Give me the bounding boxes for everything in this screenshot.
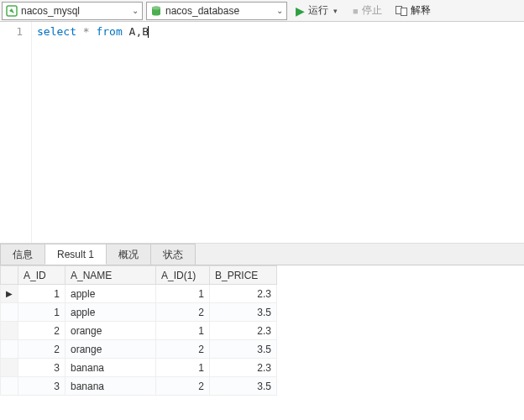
- header-row: A_ID A_NAME A_ID(1) B_PRICE: [1, 266, 277, 285]
- cell-a-name[interactable]: banana: [66, 377, 156, 396]
- tab-status[interactable]: 状态: [150, 244, 196, 265]
- table-row[interactable]: ▶ 1 apple 1 2.3: [1, 285, 277, 303]
- cell-a-id[interactable]: 1: [18, 285, 66, 303]
- tab-info[interactable]: 信息: [0, 244, 45, 265]
- cell-b-price[interactable]: 3.5: [210, 303, 277, 322]
- chevron-down-icon: ⌄: [132, 6, 139, 15]
- cell-a-id[interactable]: 2: [18, 340, 66, 359]
- cell-b-price[interactable]: 3.5: [210, 377, 277, 396]
- cell-a-name[interactable]: orange: [66, 340, 156, 359]
- tab-profile[interactable]: 概况: [106, 244, 151, 265]
- cell-a-id-1[interactable]: 1: [156, 285, 210, 303]
- text-cursor: [148, 26, 149, 38]
- table-row[interactable]: 1 apple 2 3.5: [1, 303, 277, 322]
- database-icon: [150, 5, 162, 17]
- column-header-b-price[interactable]: B_PRICE: [210, 266, 277, 285]
- line-number: 1: [0, 25, 23, 38]
- stop-icon: ■: [353, 6, 359, 16]
- cell-a-id[interactable]: 2: [18, 322, 66, 340]
- sql-editor[interactable]: 1 select * from A,B: [0, 22, 524, 244]
- connection-selector[interactable]: nacos_mysql ⌄: [2, 2, 143, 20]
- row-header: [1, 377, 18, 396]
- result-tabs: 信息 Result 1 概况 状态: [0, 244, 524, 265]
- cell-a-name[interactable]: apple: [66, 303, 156, 322]
- tab-result-1[interactable]: Result 1: [45, 244, 107, 265]
- svg-point-2: [152, 6, 160, 9]
- table-row[interactable]: 3 banana 2 3.5: [1, 377, 277, 396]
- row-header: [1, 340, 18, 359]
- stop-button: ■ 停止: [348, 2, 387, 20]
- play-icon: ▶: [296, 4, 305, 18]
- cell-b-price[interactable]: 3.5: [210, 340, 277, 359]
- connection-name: nacos_mysql: [21, 5, 128, 17]
- column-header-a-id[interactable]: A_ID: [18, 266, 66, 285]
- chevron-down-icon[interactable]: ▾: [332, 7, 339, 15]
- code-content[interactable]: select * from A,B: [32, 22, 524, 243]
- run-button[interactable]: ▶ 运行 ▾: [291, 2, 344, 20]
- row-header-corner: [1, 266, 18, 285]
- cell-b-price[interactable]: 2.3: [210, 359, 277, 377]
- column-header-a-id-1[interactable]: A_ID(1): [156, 266, 210, 285]
- cell-a-id-1[interactable]: 1: [156, 322, 210, 340]
- connection-icon: [6, 5, 18, 17]
- column-header-a-name[interactable]: A_NAME: [66, 266, 156, 285]
- cell-a-name[interactable]: banana: [66, 359, 156, 377]
- run-label: 运行: [308, 3, 328, 18]
- keyword-select: select: [37, 25, 76, 38]
- table-names: A,B: [123, 25, 149, 38]
- cell-b-price[interactable]: 2.3: [210, 285, 277, 303]
- cell-b-price[interactable]: 2.3: [210, 322, 277, 340]
- database-selector[interactable]: nacos_database ⌄: [146, 2, 287, 20]
- toolbar: nacos_mysql ⌄ nacos_database ⌄ ▶ 运行 ▾ ■ …: [0, 0, 524, 22]
- cell-a-id[interactable]: 3: [18, 377, 66, 396]
- cell-a-id[interactable]: 3: [18, 359, 66, 377]
- table-row[interactable]: 3 banana 1 2.3: [1, 359, 277, 377]
- star-operator: *: [76, 25, 96, 38]
- row-header: [1, 322, 18, 340]
- table-row[interactable]: 2 orange 2 3.5: [1, 340, 277, 359]
- table-row[interactable]: 2 orange 1 2.3: [1, 322, 277, 340]
- explain-label: 解释: [411, 3, 431, 18]
- cell-a-id-1[interactable]: 2: [156, 303, 210, 322]
- cell-a-id-1[interactable]: 1: [156, 359, 210, 377]
- explain-icon: [396, 6, 407, 16]
- cell-a-id[interactable]: 1: [18, 303, 66, 322]
- explain-button[interactable]: 解释: [390, 2, 436, 20]
- row-header: [1, 303, 18, 322]
- cell-a-id-1[interactable]: 2: [156, 377, 210, 396]
- stop-label: 停止: [362, 3, 382, 18]
- result-grid[interactable]: A_ID A_NAME A_ID(1) B_PRICE ▶ 1 apple 1 …: [0, 265, 277, 396]
- row-pointer-icon: ▶: [1, 285, 18, 303]
- cell-a-name[interactable]: apple: [66, 285, 156, 303]
- cell-a-id-1[interactable]: 2: [156, 340, 210, 359]
- chevron-down-icon: ⌄: [276, 6, 283, 15]
- database-name: nacos_database: [165, 5, 273, 17]
- row-header: [1, 359, 18, 377]
- keyword-from: from: [96, 25, 122, 38]
- cell-a-name[interactable]: orange: [66, 322, 156, 340]
- line-gutter: 1: [0, 22, 32, 243]
